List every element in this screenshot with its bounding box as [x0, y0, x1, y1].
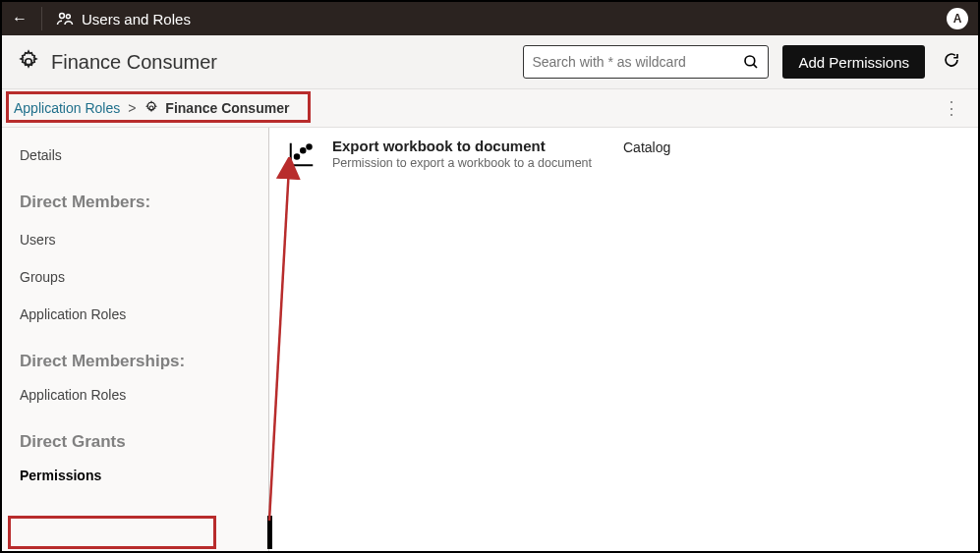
permission-title: Export workbook to document: [332, 138, 607, 154]
search-input[interactable]: [532, 54, 742, 70]
avatar-initial: A: [953, 12, 962, 26]
breadcrumb-current-label: Finance Consumer: [165, 100, 289, 116]
permission-row[interactable]: Export workbook to document Permission t…: [287, 138, 960, 172]
svg-point-8: [307, 144, 312, 149]
permission-category: Catalog: [623, 139, 670, 155]
breadcrumb: Application Roles > Finance Consumer ⋮: [2, 89, 978, 128]
refresh-icon: [943, 51, 960, 69]
sidebar-item-users[interactable]: Users: [20, 226, 268, 253]
refresh-button[interactable]: [939, 51, 964, 74]
sidebar-section-direct-members: Direct Members:: [20, 193, 268, 212]
add-permissions-button[interactable]: Add Permissions: [782, 45, 925, 79]
sidebar-item-permissions[interactable]: Permissions: [20, 460, 268, 491]
kebab-menu-icon[interactable]: ⋮: [937, 97, 966, 119]
topbar-divider: [41, 7, 42, 30]
search-container: [523, 45, 769, 79]
svg-line-9: [269, 167, 289, 521]
gear-role-icon: [16, 49, 41, 75]
sidebar-item-application-roles-2[interactable]: Application Roles: [20, 381, 268, 409]
search-icon[interactable]: [742, 53, 760, 71]
role-title: Finance Consumer: [16, 49, 217, 75]
permission-text: Export workbook to document Permission t…: [332, 138, 607, 170]
annotation-permissions-highlight: [8, 516, 216, 549]
topbar-title-area: Users and Roles: [56, 10, 191, 28]
main-panel: Export workbook to document Permission t…: [269, 128, 978, 553]
gear-role-small-icon: [144, 100, 159, 116]
topbar-title: Users and Roles: [82, 11, 191, 28]
top-bar: ← Users and Roles A: [2, 2, 978, 35]
svg-point-0: [60, 14, 65, 19]
sidebar-section-direct-memberships: Direct Memberships:: [20, 352, 268, 371]
sidebar: Details Direct Members: Users Groups App…: [2, 128, 269, 553]
sidebar-item-groups[interactable]: Groups: [20, 263, 268, 291]
breadcrumb-current: Finance Consumer: [144, 100, 289, 116]
breadcrumb-separator: >: [128, 100, 136, 116]
sidebar-item-details[interactable]: Details: [20, 141, 268, 169]
svg-point-3: [745, 56, 755, 66]
permission-description: Permission to export a workbook to a doc…: [332, 156, 607, 170]
svg-line-4: [754, 64, 758, 68]
back-icon[interactable]: ←: [12, 10, 28, 28]
role-name: Finance Consumer: [51, 51, 217, 74]
sidebar-item-application-roles[interactable]: Application Roles: [20, 301, 268, 328]
svg-point-7: [301, 148, 306, 153]
avatar[interactable]: A: [947, 8, 968, 29]
content-area: Details Direct Members: Users Groups App…: [2, 128, 978, 553]
sidebar-section-direct-grants: Direct Grants: [20, 432, 268, 452]
scatter-chart-icon: [287, 139, 317, 172]
breadcrumb-link-application-roles[interactable]: Application Roles: [14, 100, 120, 116]
users-roles-icon: [56, 10, 74, 28]
svg-point-1: [66, 15, 70, 19]
svg-point-6: [295, 154, 300, 159]
header-bar: Finance Consumer Add Permissions: [2, 35, 978, 89]
